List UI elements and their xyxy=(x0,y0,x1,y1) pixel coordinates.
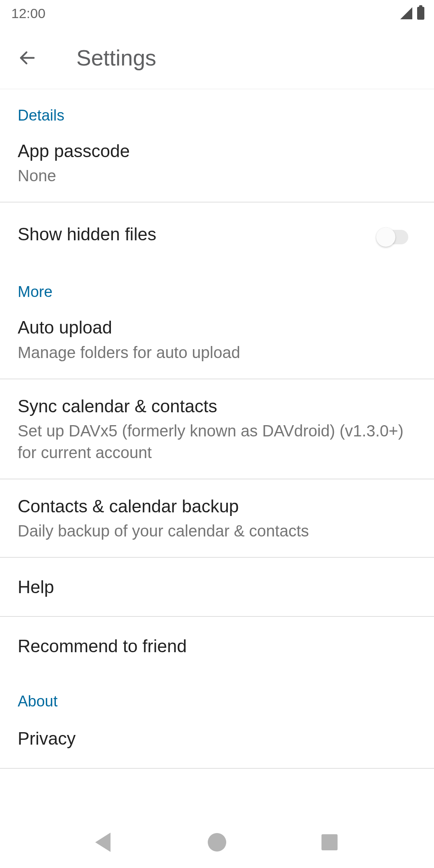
setting-title: Recommend to friend xyxy=(18,635,416,657)
section-header-details: Details xyxy=(0,89,434,124)
page-title: Settings xyxy=(76,45,156,71)
divider xyxy=(0,768,434,769)
setting-help[interactable]: Help xyxy=(0,558,434,616)
status-bar: 12:00 xyxy=(0,0,434,27)
square-recent-icon xyxy=(321,834,338,850)
setting-summary: Set up DAVx5 (formerly known as DAVdroid… xyxy=(18,420,416,463)
setting-title: Sync calendar & contacts xyxy=(18,395,416,418)
setting-summary: Manage folders for auto upload xyxy=(18,342,416,363)
setting-title: Show hidden files xyxy=(18,223,366,246)
cell-signal-icon xyxy=(400,7,412,19)
nav-back-button[interactable] xyxy=(93,831,116,854)
setting-recommend-to-friend[interactable]: Recommend to friend xyxy=(0,617,434,675)
setting-contacts-calendar-backup[interactable]: Contacts & calendar backup Daily backup … xyxy=(0,479,434,557)
setting-title: Auto upload xyxy=(18,316,416,339)
setting-auto-upload[interactable]: Auto upload Manage folders for auto uplo… xyxy=(0,301,434,378)
show-hidden-files-switch[interactable] xyxy=(376,226,408,243)
triangle-back-icon xyxy=(95,833,111,852)
status-time: 12:00 xyxy=(11,6,45,21)
setting-privacy[interactable]: Privacy xyxy=(0,710,434,768)
setting-app-passcode[interactable]: App passcode None xyxy=(0,124,434,202)
setting-title: Privacy xyxy=(18,727,416,750)
setting-title: Help xyxy=(18,575,416,598)
setting-sync-calendar-contacts[interactable]: Sync calendar & contacts Set up DAVx5 (f… xyxy=(0,379,434,479)
setting-summary: None xyxy=(18,165,416,186)
nav-home-button[interactable] xyxy=(206,831,228,854)
status-icons xyxy=(400,7,424,20)
battery-icon xyxy=(417,7,424,20)
circle-home-icon xyxy=(208,833,226,852)
setting-title: Contacts & calendar backup xyxy=(18,495,416,518)
settings-list: Details App passcode None Show hidden fi… xyxy=(0,89,434,769)
nav-recent-button[interactable] xyxy=(318,831,341,854)
section-header-more: More xyxy=(0,266,434,301)
switch-thumb xyxy=(376,227,395,247)
app-bar: Settings xyxy=(0,27,434,89)
arrow-back-icon xyxy=(18,48,37,68)
navigation-bar xyxy=(0,817,434,868)
setting-show-hidden-files[interactable]: Show hidden files xyxy=(0,203,434,266)
back-button[interactable] xyxy=(18,48,37,68)
section-header-about: About xyxy=(0,675,434,710)
setting-summary: Daily backup of your calendar & contacts xyxy=(18,520,416,542)
setting-title: App passcode xyxy=(18,139,416,162)
